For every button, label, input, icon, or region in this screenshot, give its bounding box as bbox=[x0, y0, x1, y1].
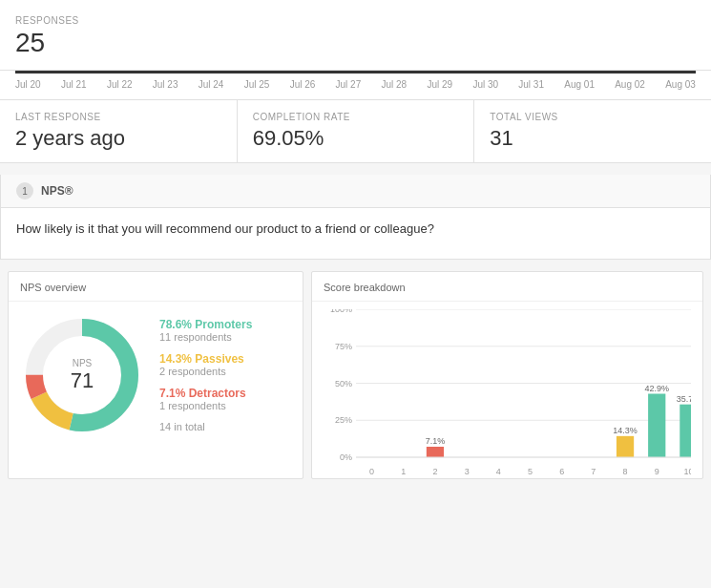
timeline-date: Aug 03 bbox=[665, 79, 696, 90]
donut-nps-label: NPS bbox=[71, 358, 94, 368]
stat-value: 31 bbox=[490, 126, 696, 151]
timeline-date: Jul 26 bbox=[290, 79, 316, 90]
nps-header: 1 NPS® bbox=[0, 175, 711, 208]
timeline-section: Jul 20Jul 21Jul 22Jul 23Jul 24Jul 25Jul … bbox=[0, 71, 711, 100]
bottom-panels: NPS overview bbox=[0, 271, 711, 487]
svg-text:3: 3 bbox=[465, 467, 470, 476]
nps-overview-title: NPS overview bbox=[9, 272, 303, 302]
timeline-date: Jul 28 bbox=[382, 79, 408, 90]
stat-label: LAST RESPONSE bbox=[15, 112, 221, 122]
svg-text:9: 9 bbox=[655, 467, 659, 476]
detractors-item: 7.1% Detractors 1 respondents bbox=[159, 387, 291, 411]
svg-text:8: 8 bbox=[623, 467, 628, 476]
donut-chart: NPS 71 bbox=[20, 313, 144, 437]
donut-label: NPS 71 bbox=[71, 358, 94, 393]
nps-overview-panel: NPS overview bbox=[8, 271, 303, 479]
detractors-count: 1 respondents bbox=[159, 400, 291, 411]
svg-text:75%: 75% bbox=[335, 342, 352, 351]
timeline-date: Jul 24 bbox=[199, 79, 224, 90]
svg-text:25%: 25% bbox=[335, 415, 352, 425]
detractors-pct: 7.1% Detractors bbox=[159, 387, 291, 400]
svg-text:14.3%: 14.3% bbox=[613, 426, 638, 435]
stat-label: COMPLETION RATE bbox=[253, 112, 459, 122]
nps-title: NPS® bbox=[41, 184, 73, 198]
stats-row: LAST RESPONSE 2 years agoCOMPLETION RATE… bbox=[0, 100, 711, 163]
total-label: 14 in total bbox=[159, 421, 291, 432]
score-breakdown-title: Score breakdown bbox=[312, 272, 702, 302]
svg-text:7.1%: 7.1% bbox=[426, 436, 446, 446]
responses-count: 25 bbox=[15, 28, 696, 58]
svg-text:100%: 100% bbox=[330, 309, 352, 314]
stat-box: LAST RESPONSE 2 years ago bbox=[0, 100, 238, 162]
timeline-date: Jul 25 bbox=[244, 79, 270, 90]
promoters-item: 78.6% Promoters 11 respondents bbox=[159, 318, 291, 343]
timeline-date: Aug 01 bbox=[564, 79, 595, 90]
bar bbox=[617, 436, 634, 457]
svg-text:2: 2 bbox=[432, 467, 437, 476]
page: RESPONSES 25 Jul 20Jul 21Jul 22Jul 23Jul… bbox=[0, 0, 711, 588]
nps-number: 1 bbox=[16, 182, 33, 200]
promoters-pct: 78.6% Promoters bbox=[159, 318, 291, 331]
timeline-dates: Jul 20Jul 21Jul 22Jul 23Jul 24Jul 25Jul … bbox=[15, 74, 696, 99]
bar bbox=[680, 405, 691, 457]
timeline-date: Jul 22 bbox=[107, 79, 133, 90]
bar-chart-svg: 0%25%50%75%100%017.1%23456714.3%842.9%93… bbox=[324, 309, 691, 484]
svg-text:10: 10 bbox=[683, 467, 691, 476]
svg-text:7: 7 bbox=[591, 467, 596, 476]
passives-count: 2 respondents bbox=[159, 366, 291, 377]
svg-text:1: 1 bbox=[401, 467, 406, 476]
passives-item: 14.3% Passives 2 respondents bbox=[159, 352, 291, 377]
stat-value: 69.05% bbox=[253, 126, 459, 151]
promoters-count: 11 respondents bbox=[159, 331, 291, 343]
svg-text:5: 5 bbox=[528, 467, 533, 476]
stat-box: TOTAL VIEWS 31 bbox=[474, 100, 711, 162]
responses-label: RESPONSES bbox=[15, 15, 696, 26]
stat-label: TOTAL VIEWS bbox=[490, 112, 696, 122]
svg-text:6: 6 bbox=[559, 467, 564, 476]
timeline-date: Jul 29 bbox=[427, 79, 452, 90]
timeline-date: Jul 27 bbox=[336, 79, 362, 90]
nps-legend: 78.6% Promoters 11 respondents 14.3% Pas… bbox=[159, 318, 291, 432]
timeline-date: Jul 31 bbox=[518, 79, 544, 90]
svg-text:4: 4 bbox=[496, 467, 501, 476]
passives-pct: 14.3% Passives bbox=[159, 352, 291, 366]
svg-text:0%: 0% bbox=[340, 452, 352, 462]
donut-nps-value: 71 bbox=[71, 368, 94, 393]
nps-overview-content: NPS 71 78.6% Promoters 11 respondents 14… bbox=[9, 302, 303, 449]
timeline-date: Jul 21 bbox=[61, 79, 87, 90]
timeline-date: Jul 23 bbox=[153, 79, 178, 90]
timeline-date: Aug 02 bbox=[615, 79, 645, 90]
bar bbox=[427, 447, 444, 457]
svg-text:0: 0 bbox=[369, 467, 374, 476]
nps-question: How likely is it that you will recommend… bbox=[0, 208, 711, 260]
svg-text:50%: 50% bbox=[335, 379, 352, 388]
timeline-date: Jul 20 bbox=[15, 79, 41, 90]
score-breakdown-panel: Score breakdown 0%25%50%75%100%017.1%234… bbox=[311, 271, 703, 479]
bar bbox=[648, 394, 665, 457]
svg-text:35.7%: 35.7% bbox=[677, 394, 691, 404]
top-section: RESPONSES 25 bbox=[0, 0, 711, 71]
timeline-date: Jul 30 bbox=[472, 79, 498, 90]
stat-box: COMPLETION RATE 69.05% bbox=[238, 100, 475, 162]
stat-value: 2 years ago bbox=[15, 126, 221, 151]
svg-text:42.9%: 42.9% bbox=[644, 384, 669, 393]
chart-area: 0%25%50%75%100%017.1%23456714.3%842.9%93… bbox=[312, 302, 702, 478]
